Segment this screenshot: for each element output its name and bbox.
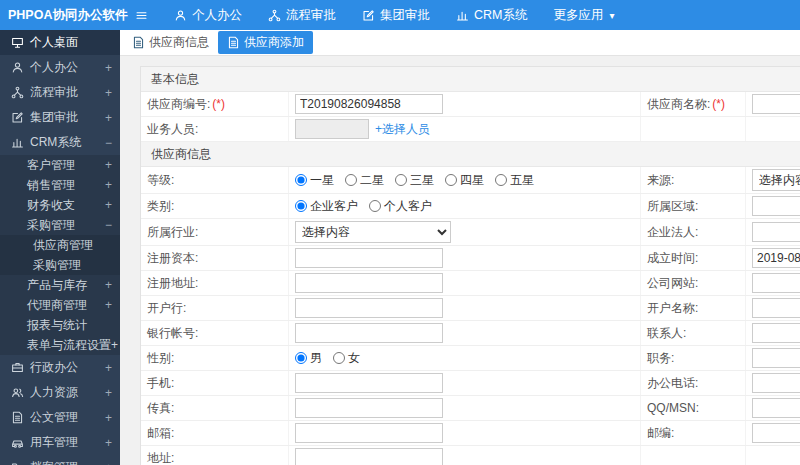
sidebar-item-vehicle-management[interactable]: 用车管理 + — [0, 430, 120, 455]
registered-capital-input[interactable] — [295, 248, 443, 268]
fax-input[interactable] — [295, 398, 443, 418]
chart-icon — [11, 136, 24, 149]
category-radio[interactable] — [369, 200, 381, 212]
category-radio[interactable] — [295, 200, 307, 212]
region-input[interactable] — [752, 196, 800, 216]
qq-msn-input[interactable] — [752, 398, 800, 418]
legal-person-input[interactable] — [752, 222, 800, 242]
supplier-name-input[interactable] — [752, 94, 800, 114]
level-option[interactable]: 一星 — [295, 172, 334, 189]
field-label: 注册地址: — [147, 275, 198, 292]
gender-option[interactable]: 男 — [295, 350, 322, 367]
sidebar-item-reports-statistics[interactable]: 报表与统计 — [0, 315, 120, 335]
expand-sign: + — [105, 436, 112, 450]
form-row: 地址: — [141, 446, 800, 465]
contact-input[interactable] — [752, 323, 800, 343]
level-radio[interactable] — [495, 174, 507, 186]
category-option[interactable]: 个人客户 — [369, 198, 432, 215]
sidebar-item-process-approval[interactable]: 流程审批 + — [0, 80, 120, 105]
menu-toggle-button[interactable] — [122, 0, 161, 30]
website-input[interactable] — [752, 273, 800, 293]
expand-sign: − — [105, 218, 112, 232]
choose-staff-link[interactable]: +选择人员 — [375, 121, 430, 138]
sidebar-item-agent-management[interactable]: 代理商管理 + — [0, 295, 120, 315]
sidebar-item-form-process-settings[interactable]: 表单与流程设置+ — [0, 335, 120, 355]
source-select[interactable]: 选择内容 — [752, 169, 800, 191]
level-radio[interactable] — [345, 174, 357, 186]
user-icon — [174, 9, 187, 22]
tab-supplier-info[interactable]: 供应商信息 — [132, 34, 209, 51]
level-radio[interactable] — [395, 174, 407, 186]
field-label: 邮编: — [647, 425, 674, 442]
level-option[interactable]: 五星 — [495, 172, 534, 189]
sidebar-item-label: 表单与流程设置+ — [27, 337, 118, 354]
level-radio[interactable] — [445, 174, 457, 186]
office-phone-input[interactable] — [752, 373, 800, 393]
gender-radio[interactable] — [333, 352, 345, 364]
sidebar-item-personal-desktop[interactable]: 个人桌面 — [0, 30, 120, 55]
field-label: QQ/MSN: — [647, 401, 699, 415]
car-icon — [11, 436, 24, 449]
field-label: 业务人员: — [147, 121, 198, 138]
nav-personal-office[interactable]: 个人办公 — [161, 0, 255, 30]
sidebar-item-human-resources[interactable]: 人力资源 + — [0, 380, 120, 405]
address-input[interactable] — [295, 448, 443, 465]
field-label: 企业法人: — [647, 224, 698, 241]
level-radio[interactable] — [295, 174, 307, 186]
tab-supplier-add[interactable]: 供应商添加 — [218, 31, 313, 54]
sidebar-item-document-management[interactable]: 公文管理 + — [0, 405, 120, 430]
sidebar-item-label: 公文管理 — [30, 409, 78, 426]
form-row: 邮箱: 邮编: — [141, 421, 800, 446]
form-row: 手机: 办公电话: — [141, 371, 800, 396]
nav-label: 流程审批 — [286, 7, 336, 24]
nav-crm-system[interactable]: CRM系统 — [443, 0, 540, 30]
sidebar-item-procurement[interactable]: 采购管理 — [0, 255, 120, 275]
founded-date-input[interactable] — [752, 248, 800, 268]
sidebar-item-admin-office[interactable]: 行政办公 + — [0, 355, 120, 380]
staff-input[interactable] — [295, 119, 369, 139]
sidebar-item-crm-system[interactable]: CRM系统 − — [0, 130, 120, 155]
level-option[interactable]: 四星 — [445, 172, 484, 189]
sidebar-item-personal-office[interactable]: 个人办公 + — [0, 55, 120, 80]
email-input[interactable] — [295, 423, 443, 443]
registered-address-input[interactable] — [295, 273, 443, 293]
sidebar-item-finance[interactable]: 财务收支 + — [0, 195, 120, 215]
gender-radio[interactable] — [295, 352, 307, 364]
supplier-no-input[interactable] — [295, 94, 443, 114]
sidebar-item-label: 采购管理 — [27, 217, 75, 234]
chart-icon — [456, 9, 469, 22]
form-row: 注册地址: 公司网站: — [141, 271, 800, 296]
account-name-input[interactable] — [752, 298, 800, 318]
sidebar-item-label: CRM系统 — [30, 134, 81, 151]
sidebar-item-customer-management[interactable]: 客户管理 + — [0, 155, 120, 175]
field-label: 传真: — [147, 400, 174, 417]
nav-process-approval[interactable]: 流程审批 — [255, 0, 349, 30]
supplier-add-form: 基本信息 供应商编号: (*) 供应商名称: (*) 业务人员: — [140, 66, 800, 465]
form-row: 开户行: 开户名称: — [141, 296, 800, 321]
expand-sign: + — [105, 158, 112, 172]
sidebar-item-sales-management[interactable]: 销售管理 + — [0, 175, 120, 195]
expand-sign: + — [105, 178, 112, 192]
form-row: 等级: 一星 二星 三星 四星 五星 来源: 选择内容 — [141, 167, 800, 194]
industry-select[interactable]: 选择内容 — [295, 221, 451, 243]
position-input[interactable] — [752, 348, 800, 368]
bank-input[interactable] — [295, 298, 443, 318]
sidebar-item-group-approval[interactable]: 集团审批 + — [0, 105, 120, 130]
sidebar-item-label: 供应商管理 — [33, 237, 93, 254]
sidebar-item-label: 集团审批 — [30, 109, 78, 126]
sidebar-item-purchase-management[interactable]: 采购管理 − — [0, 215, 120, 235]
sidebar-item-supplier-management[interactable]: 供应商管理 — [0, 235, 120, 255]
level-option[interactable]: 三星 — [395, 172, 434, 189]
gender-option[interactable]: 女 — [333, 350, 360, 367]
mobile-input[interactable] — [295, 373, 443, 393]
nav-group-approval[interactable]: 集团审批 — [349, 0, 443, 30]
bank-account-input[interactable] — [295, 323, 443, 343]
zip-input[interactable] — [752, 423, 800, 443]
nav-more-apps[interactable]: 更多应用 ▾ — [540, 0, 627, 30]
expand-sign: + — [105, 198, 112, 212]
sidebar-item-product-inventory[interactable]: 产品与库存 + — [0, 275, 120, 295]
sidebar-item-archive-management[interactable]: 档案管理 + — [0, 455, 120, 465]
field-label: 注册资本: — [147, 250, 198, 267]
category-option[interactable]: 企业客户 — [295, 198, 358, 215]
level-option[interactable]: 二星 — [345, 172, 384, 189]
